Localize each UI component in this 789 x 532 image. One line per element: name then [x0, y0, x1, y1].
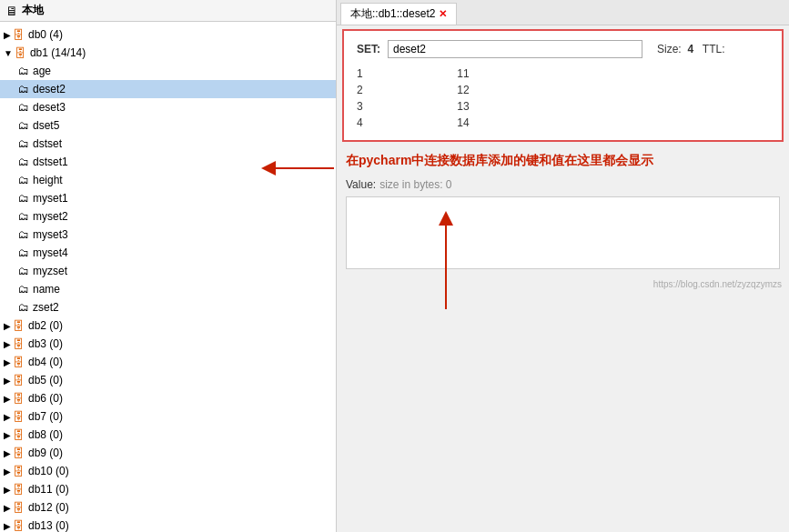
tab-close-button[interactable]: ✕ — [439, 8, 447, 20]
tree-item-label: myset2 — [33, 210, 68, 223]
db-icon: 🗄 — [13, 392, 25, 406]
db-icon: 🗄 — [13, 28, 25, 42]
tree-item-label: db2 (0) — [28, 319, 63, 332]
set-name-row: SET: Size: 4 TTL: — [357, 40, 769, 58]
size-label: Size: 4 TTL: — [657, 43, 725, 55]
tree-item-age[interactable]: 🗂age — [0, 62, 336, 80]
set-icon: 🗂 — [18, 101, 29, 114]
key-icon: 🗂 — [18, 283, 29, 296]
tree-item-myset4[interactable]: 🗂myset4 — [0, 244, 336, 262]
set-icon: 🗂 — [18, 119, 29, 132]
tree-item-myset2[interactable]: 🗂myset2 — [0, 207, 336, 226]
tree-item-height[interactable]: 🗂height — [0, 171, 336, 189]
tree-item-label: deset2 — [33, 83, 66, 95]
tree-item-dstset[interactable]: 🗂dstset — [0, 135, 336, 153]
table-row: 414 — [357, 115, 593, 131]
set-icon: 🗂 — [18, 301, 29, 314]
set-name-input[interactable] — [388, 40, 642, 58]
db-icon: 🗄 — [15, 46, 26, 60]
value-label: Value: — [346, 178, 376, 191]
tab-label: 本地::db1::deset2 — [350, 6, 435, 22]
tree-item-label: deset3 — [33, 101, 66, 114]
db-icon: 🗄 — [13, 410, 25, 424]
tree-item-label: db8 (0) — [28, 428, 63, 441]
tree-item-label: db7 (0) — [28, 410, 63, 423]
tree-item-label: db1 (14/14) — [30, 46, 86, 59]
set-icon: 🗂 — [18, 83, 29, 95]
tree-item-label: db12 (0) — [28, 501, 69, 514]
db-icon: 🗄 — [13, 447, 25, 460]
db-icon: 🗄 — [13, 519, 25, 533]
left-panel-title: 本地 — [22, 3, 44, 18]
tree-item-db8[interactable]: ▶🗄db8 (0) — [0, 426, 336, 444]
tree-item-zset2[interactable]: 🗂zset2 — [0, 298, 336, 316]
tree-item-dstset1[interactable]: 🗂dstset1 — [0, 153, 336, 171]
tree-item-db3[interactable]: ▶🗄db3 (0) — [0, 335, 336, 353]
tree-item-db1[interactable]: ▼🗄db1 (14/14) — [0, 44, 336, 62]
tree-item-dset5[interactable]: 🗂dset5 — [0, 116, 336, 135]
tree-item-db0[interactable]: ▶🗄db0 (4) — [0, 25, 336, 44]
table-row: 313 — [357, 98, 593, 115]
tree-item-label: myzset — [33, 265, 67, 277]
right-panel: 本地::db1::deset2 ✕ SET: Size: 4 TTL: — [337, 0, 789, 532]
tree-item-db9[interactable]: ▶🗄db9 (0) — [0, 444, 336, 462]
tree-item-label: name — [33, 283, 60, 296]
db-icon: 🗄 — [13, 356, 25, 369]
local-icon: 🖥 — [5, 4, 18, 18]
tree-item-label: db3 (0) — [28, 337, 63, 350]
main-window: 🖥 本地 ▶🗄db0 (4)▼🗄db1 (14/14)🗂age🗂deset2🗂d… — [0, 0, 789, 532]
set-icon: 🗂 — [18, 137, 29, 150]
cell-row: 4 — [357, 115, 457, 131]
tree-item-db2[interactable]: ▶🗄db2 (0) — [0, 316, 336, 335]
tree-item-label: db10 (0) — [28, 465, 69, 477]
tree-item-label: dstset1 — [33, 156, 68, 168]
tree-item-label: db13 (0) — [28, 519, 69, 532]
tree-item-label: age — [33, 65, 51, 77]
tree-area[interactable]: ▶🗄db0 (4)▼🗄db1 (14/14)🗂age🗂deset2🗂deset3… — [0, 22, 336, 532]
tree-item-deset3[interactable]: 🗂deset3 — [0, 98, 336, 116]
cell-value: 13 — [457, 98, 593, 115]
tree-item-db12[interactable]: ▶🗄db12 (0) — [0, 498, 336, 517]
key-icon: 🗂 — [18, 65, 29, 77]
tree-item-myzset[interactable]: 🗂myzset — [0, 262, 336, 280]
db-icon: 🗄 — [13, 483, 25, 497]
set-icon: 🗂 — [18, 156, 29, 168]
tree-item-label: zset2 — [33, 301, 59, 314]
tree-item-label: db6 (0) — [28, 392, 63, 405]
watermark-row: https://blog.csdn.net/zyzqzymzs — [337, 273, 789, 291]
tree-item-label: db0 (4) — [28, 28, 63, 41]
active-tab[interactable]: 本地::db1::deset2 ✕ — [340, 3, 457, 25]
tree-item-myset1[interactable]: 🗂myset1 — [0, 189, 336, 207]
value-row: Value: size in bytes: 0 — [346, 178, 780, 191]
db-icon: 🗄 — [13, 337, 25, 351]
tree-item-db7[interactable]: ▶🗄db7 (0) — [0, 407, 336, 426]
set-icon: 🗂 — [18, 228, 29, 241]
tree-item-db10[interactable]: ▶🗄db10 (0) — [0, 462, 336, 480]
tree-item-label: myset1 — [33, 192, 68, 205]
tree-item-label: myset4 — [33, 246, 68, 259]
table-row: 212 — [357, 82, 593, 98]
data-table: 111212313414 — [357, 65, 593, 131]
detail-box: SET: Size: 4 TTL: — [342, 29, 784, 142]
tree-item-label: dstset — [33, 137, 62, 150]
tree-item-label: db4 (0) — [28, 356, 63, 368]
cell-row: 2 — [357, 82, 457, 98]
value-hint: size in bytes: 0 — [379, 178, 451, 191]
set-icon: 🗂 — [18, 210, 29, 223]
key-icon: 🗂 — [18, 174, 29, 186]
right-content: SET: Size: 4 TTL: — [337, 25, 789, 532]
db-icon: 🗄 — [13, 374, 25, 387]
value-textarea[interactable] — [346, 196, 780, 269]
tree-item-label: db9 (0) — [28, 447, 63, 459]
tree-item-db13[interactable]: ▶🗄db13 (0) — [0, 517, 336, 532]
tree-item-db4[interactable]: ▶🗄db4 (0) — [0, 353, 336, 371]
tree-item-name[interactable]: 🗂name — [0, 280, 336, 298]
tree-item-myset3[interactable]: 🗂myset3 — [0, 226, 336, 244]
set-label: SET: — [357, 43, 380, 55]
tree-item-db11[interactable]: ▶🗄db11 (0) — [0, 480, 336, 498]
tree-item-deset2[interactable]: 🗂deset2 — [0, 80, 336, 98]
watermark: https://blog.csdn.net/zyzqzymzs — [653, 279, 782, 289]
tree-item-db6[interactable]: ▶🗄db6 (0) — [0, 389, 336, 407]
tree-item-db5[interactable]: ▶🗄db5 (0) — [0, 371, 336, 389]
tree-item-label: dset5 — [33, 119, 59, 132]
